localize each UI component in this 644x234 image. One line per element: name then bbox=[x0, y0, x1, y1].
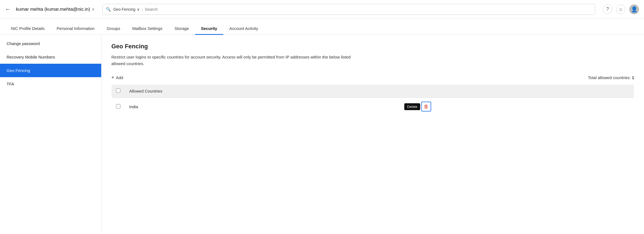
username-label: kumar mehta (kumar.mehta@nic.in) bbox=[16, 7, 90, 12]
chevron-down-icon: ∨ bbox=[92, 7, 95, 11]
sidebar-item-recovery-mobile-numbers[interactable]: Recovery Mobile Numbers bbox=[0, 50, 101, 64]
search-scope-label: Geo Fencing bbox=[113, 7, 135, 12]
action-row: + Add Total allowed countries: 1 bbox=[111, 75, 634, 80]
country-cell: India bbox=[125, 98, 400, 116]
search-scope-selector[interactable]: Geo Fencing ∨ bbox=[113, 7, 142, 12]
page-title: Geo Fencing bbox=[111, 43, 634, 50]
scope-chevron-icon: ∨ bbox=[137, 7, 140, 12]
content-description: Restrict user logins to specific countri… bbox=[111, 54, 358, 67]
search-input[interactable] bbox=[145, 7, 592, 12]
row-checkbox[interactable] bbox=[116, 104, 120, 108]
tab-account-activity[interactable]: Account Activity bbox=[223, 26, 264, 35]
tab-mailbox-settings[interactable]: Mailbox Settings bbox=[126, 26, 168, 35]
help-button[interactable]: ? bbox=[603, 5, 612, 14]
tab-personal-information[interactable]: Personal Information bbox=[51, 26, 101, 35]
geo-fencing-table: Allowed Countries IndiaDelete🗑 bbox=[111, 84, 634, 116]
action-header bbox=[400, 85, 634, 98]
search-bar: 🔍 Geo Fencing ∨ bbox=[102, 4, 595, 15]
home-button[interactable]: ⌂ bbox=[616, 5, 625, 14]
plus-icon: + bbox=[111, 75, 114, 80]
table-header-row: Allowed Countries bbox=[112, 85, 634, 98]
sidebar: Change passwordRecovery Mobile NumbersGe… bbox=[0, 35, 101, 234]
delete-cell: Delete🗑 bbox=[400, 98, 634, 116]
tab-nic-profile-details[interactable]: NIC Profile Details bbox=[5, 26, 51, 35]
topbar-icons: ? ⌂ 👤 bbox=[603, 4, 639, 14]
help-icon: ? bbox=[606, 6, 609, 12]
main-layout: Change passwordRecovery Mobile NumbersGe… bbox=[0, 35, 644, 234]
select-all-checkbox[interactable] bbox=[116, 88, 120, 93]
sidebar-item-tfa[interactable]: TFA bbox=[0, 77, 101, 91]
avatar[interactable]: 👤 bbox=[629, 4, 639, 14]
home-icon: ⌂ bbox=[619, 6, 622, 12]
tab-groups[interactable]: Groups bbox=[101, 26, 126, 35]
table-row: IndiaDelete🗑 bbox=[112, 98, 634, 116]
tab-nav: NIC Profile DetailsPersonal InformationG… bbox=[0, 19, 644, 35]
header-checkbox-cell bbox=[112, 85, 125, 98]
avatar-icon: 👤 bbox=[631, 6, 638, 13]
allowed-countries-header: Allowed Countries bbox=[125, 85, 400, 98]
delete-wrapper: Delete🗑 bbox=[404, 102, 431, 112]
sidebar-item-change-password[interactable]: Change password bbox=[0, 37, 101, 50]
topbar: ← kumar mehta (kumar.mehta@nic.in) ∨ 🔍 G… bbox=[0, 0, 644, 19]
search-icon: 🔍 bbox=[106, 7, 111, 12]
delete-tooltip: Delete bbox=[404, 103, 420, 110]
row-checkbox-cell bbox=[112, 98, 125, 116]
back-button[interactable]: ← bbox=[5, 6, 11, 13]
add-button[interactable]: + Add bbox=[111, 75, 123, 80]
content-area: Geo Fencing Restrict user logins to spec… bbox=[101, 35, 644, 234]
total-countries-label: Total allowed countries: 1 bbox=[588, 75, 634, 80]
tab-storage[interactable]: Storage bbox=[168, 26, 195, 35]
add-label: Add bbox=[116, 75, 123, 80]
tab-security[interactable]: Security bbox=[195, 26, 223, 35]
delete-button[interactable]: 🗑 bbox=[421, 102, 431, 112]
sidebar-item-geo-fencing[interactable]: Geo Fencing bbox=[0, 64, 101, 77]
user-menu[interactable]: kumar mehta (kumar.mehta@nic.in) ∨ bbox=[16, 7, 95, 12]
